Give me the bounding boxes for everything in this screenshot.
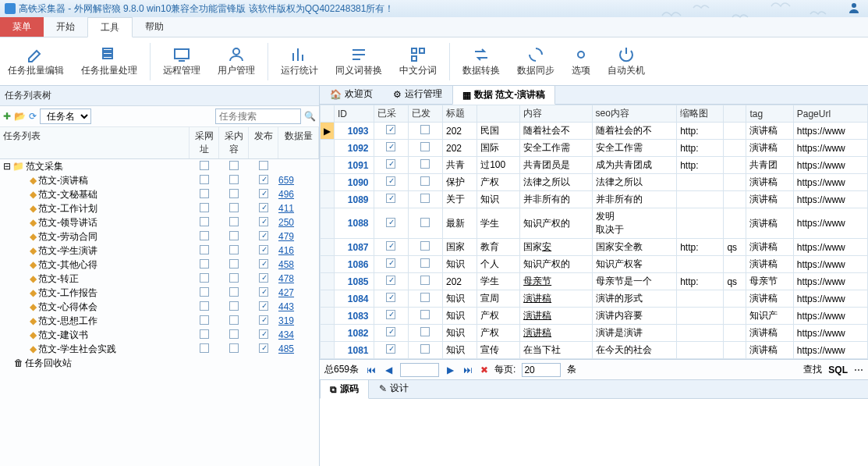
- count-link[interactable]: 496: [278, 189, 294, 200]
- ribbon: 任务批量编辑任务批量处理远程管理用户管理运行统计同义词替换中文分词数据转换数据同…: [0, 37, 868, 86]
- menu-tab-0[interactable]: 开始: [44, 17, 87, 37]
- minus-icon[interactable]: ⊟: [3, 161, 11, 172]
- table-row[interactable]: 1083知识产权演讲稿演讲内容要知识产https://www: [321, 308, 868, 325]
- tree-item[interactable]: ◆范文-工作计划411: [0, 201, 319, 215]
- tree-item[interactable]: ◆范文-学生演讲416: [0, 244, 319, 258]
- doc-tab[interactable]: ⚙运行管理: [383, 84, 452, 104]
- menu-main[interactable]: 菜单: [0, 17, 44, 37]
- doc-tab[interactable]: ▦数据 范文-演讲稿: [452, 85, 555, 105]
- ribbon-edit[interactable]: 任务批量编辑: [0, 42, 72, 80]
- refresh-icon[interactable]: ⟳: [29, 111, 37, 122]
- count-link[interactable]: 411: [278, 203, 294, 214]
- tree-item[interactable]: ◆范文-转正478: [0, 272, 319, 286]
- task-icon: ◆: [30, 301, 37, 312]
- table-row[interactable]: 1081知识宣传在当下社在今天的社会演讲稿https://www: [321, 342, 868, 359]
- row-pointer: [321, 140, 335, 157]
- search-icon[interactable]: 🔍: [304, 111, 316, 122]
- menu-tab-2[interactable]: 帮助: [133, 17, 176, 37]
- user-icon[interactable]: [848, 2, 863, 16]
- count-link[interactable]: 416: [278, 245, 294, 256]
- sql-link[interactable]: SQL: [828, 365, 848, 375]
- ribbon-user[interactable]: 用户管理: [210, 42, 263, 80]
- prev-page-icon[interactable]: ◀: [384, 365, 394, 375]
- table-row[interactable]: 1085202学生母亲节母亲节是一个http:qs母亲节https://www: [321, 273, 868, 290]
- tree-item[interactable]: ◆范文-文秘基础496: [0, 187, 319, 201]
- menu-tab-1[interactable]: 工具: [87, 17, 133, 37]
- ribbon-remote[interactable]: 远程管理: [155, 42, 208, 80]
- tree-item[interactable]: ◆范文-思想工作319: [0, 314, 319, 328]
- data-icon: ▦: [462, 90, 471, 101]
- page-input[interactable]: [400, 363, 439, 377]
- doc-tab[interactable]: 🏠欢迎页: [320, 84, 383, 104]
- ribbon-segment[interactable]: 中文分词: [391, 42, 445, 80]
- table-row[interactable]: 1092202国际安全工作需安全工作需http:演讲稿https://www: [321, 140, 868, 157]
- task-icon: ◆: [30, 273, 37, 284]
- table-row[interactable]: 1087国家教育国家安国家安全教http:qs演讲稿https://www: [321, 239, 868, 256]
- table-row[interactable]: 1088最新学生知识产权的发明取决于演讲稿https://www: [321, 208, 868, 239]
- count-link[interactable]: 659: [278, 175, 294, 186]
- first-page-icon[interactable]: ⏮: [365, 365, 377, 375]
- table-row[interactable]: 1084知识宣周演讲稿演讲的形式演讲稿https://www: [321, 290, 868, 308]
- ribbon-stats[interactable]: 运行统计: [273, 42, 326, 80]
- table-row[interactable]: 1091共青过100共青团员是成为共青团成http:共青团https://www: [321, 157, 868, 174]
- task-search-input[interactable]: [215, 108, 301, 124]
- find-link[interactable]: 查找: [803, 363, 822, 376]
- next-page-icon[interactable]: ▶: [445, 365, 455, 375]
- tree-item[interactable]: ◆范文-心得体会443: [0, 300, 319, 314]
- ribbon-sync[interactable]: 数据同步: [509, 42, 562, 80]
- per-page-input[interactable]: [522, 363, 561, 377]
- tree-item[interactable]: ◆范文-工作报告427: [0, 286, 319, 300]
- recycle-bin[interactable]: 🗑任务回收站: [0, 356, 319, 370]
- tree-item[interactable]: ◆范文-领导讲话250: [0, 215, 319, 229]
- table-row[interactable]: 1089关于知识并非所有的并非所有的演讲稿https://www: [321, 191, 868, 208]
- table-row[interactable]: 1090保护产权法律之所以法律之所以演讲稿https://www: [321, 174, 868, 191]
- tree-item[interactable]: ◆范文-学生社会实践485: [0, 342, 319, 356]
- count-link[interactable]: 443: [278, 301, 294, 312]
- tree-root[interactable]: ⊟📁范文采集: [0, 159, 319, 173]
- count-link[interactable]: 250: [278, 217, 294, 228]
- last-page-icon[interactable]: ⏭: [462, 365, 474, 375]
- panel-toolbar: ✚ 📂 ⟳ 任务名 🔍: [0, 106, 319, 127]
- task-icon: ◆: [30, 245, 37, 256]
- count-link[interactable]: 478: [278, 273, 294, 284]
- filter-combo[interactable]: 任务名: [40, 108, 91, 124]
- ribbon-power[interactable]: 自动关机: [600, 42, 653, 80]
- ribbon-convert[interactable]: 数据转换: [455, 42, 508, 80]
- folder-open-icon[interactable]: 📂: [14, 111, 26, 122]
- table-row[interactable]: ▶1093202民国随着社会不随着社会的不http:演讲稿https://www: [321, 123, 868, 140]
- tree-item[interactable]: ◆范文-其他心得458: [0, 258, 319, 272]
- stop-icon[interactable]: ✖: [480, 365, 488, 375]
- count-link[interactable]: 458: [278, 259, 294, 270]
- table-row[interactable]: 1082知识产权演讲稿演讲是演讲演讲稿https://www: [321, 325, 868, 342]
- ribbon-settings[interactable]: 选项: [564, 42, 598, 80]
- pager: 总659条 ⏮ ◀ ▶ ⏭ ✖ 每页: 条 查找 SQL ⋯: [320, 360, 868, 380]
- count-link[interactable]: 319: [278, 315, 294, 326]
- count-link[interactable]: 485: [278, 343, 294, 354]
- convert-icon: [472, 45, 491, 64]
- user-icon: [227, 45, 246, 64]
- task-icon: ◆: [30, 189, 37, 200]
- ribbon-synonym[interactable]: 同义词替换: [328, 42, 390, 80]
- row-pointer: [321, 157, 335, 174]
- total-count: 总659条: [324, 363, 359, 376]
- row-pointer: [321, 256, 335, 273]
- task-tree-panel: 任务列表树 ✚ 📂 ⟳ 任务名 🔍 任务列表 采网址 采内容 发布 数据量 ⊟📁…: [0, 86, 320, 466]
- count-link[interactable]: 479: [278, 231, 294, 242]
- count-link[interactable]: 427: [278, 287, 294, 298]
- svg-rect-0: [5, 3, 16, 14]
- row-pointer: [321, 273, 335, 290]
- count-link[interactable]: 434: [278, 329, 294, 340]
- tree-item[interactable]: ◆范文-建议书434: [0, 328, 319, 342]
- bottom-tab-code[interactable]: ⧉源码: [320, 379, 369, 399]
- table-row[interactable]: 1086知识个人知识产权的知识产权客演讲稿https://www: [321, 256, 868, 273]
- tree-item[interactable]: ◆范文-演讲稿659: [0, 173, 319, 187]
- bottom-tab-design[interactable]: ✎设计: [369, 379, 419, 398]
- data-grid[interactable]: ID已采已发标题内容seo内容缩略图tagPageUrl▶1093202民国随着…: [320, 105, 868, 360]
- ribbon-batch[interactable]: 任务批量处理: [73, 42, 145, 80]
- task-icon: ◆: [30, 217, 37, 228]
- task-icon: ◆: [30, 259, 37, 270]
- panel-title: 任务列表树: [0, 86, 319, 106]
- more-icon[interactable]: ⋯: [854, 365, 863, 375]
- add-icon[interactable]: ✚: [3, 111, 11, 122]
- tree-item[interactable]: ◆范文-劳动合同479: [0, 229, 319, 244]
